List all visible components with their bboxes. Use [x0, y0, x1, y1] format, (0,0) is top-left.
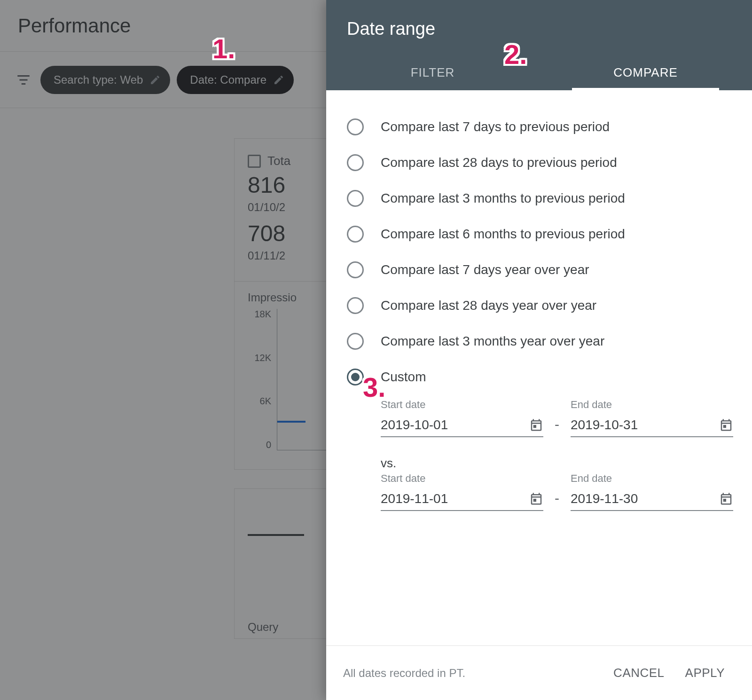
radio-icon — [347, 226, 364, 243]
radio-icon — [347, 297, 364, 314]
radio-label: Compare last 3 months year over year — [381, 334, 604, 349]
radio-option-3months-prev[interactable]: Compare last 3 months to previous period — [347, 181, 733, 216]
panel-footer: All dates recorded in PT. CANCEL APPLY — [326, 645, 752, 700]
p1-end-field[interactable]: End date 2019-10-31 — [571, 399, 733, 437]
radio-icon — [347, 333, 364, 350]
period-2-row: Start date 2019-11-01 - End date 2019-11… — [381, 472, 733, 511]
calendar-icon[interactable] — [529, 492, 543, 506]
calendar-icon[interactable] — [719, 418, 733, 432]
dash-separator: - — [555, 490, 559, 511]
annotation-1: 1. — [212, 33, 235, 64]
date-label: End date — [571, 399, 733, 411]
radio-label: Compare last 28 days year over year — [381, 298, 596, 313]
vs-label: vs. — [381, 456, 733, 471]
radio-label: Compare last 28 days to previous period — [381, 155, 617, 170]
radio-icon — [347, 369, 364, 385]
p2-end-field[interactable]: End date 2019-11-30 — [571, 472, 733, 511]
panel-header: Date range FILTER COMPARE — [326, 0, 752, 90]
period-1-row: Start date 2019-10-01 - End date 2019-10… — [381, 399, 733, 437]
radio-label: Compare last 7 days year over year — [381, 262, 589, 277]
calendar-icon[interactable] — [719, 492, 733, 506]
footer-note: All dates recorded in PT. — [343, 667, 603, 680]
radio-option-6months-prev[interactable]: Compare last 6 months to previous period — [347, 216, 733, 252]
p1-start-field[interactable]: Start date 2019-10-01 — [381, 399, 543, 437]
radio-icon — [347, 118, 364, 135]
calendar-icon[interactable] — [529, 418, 543, 432]
p2-start-value: 2019-11-01 — [381, 491, 525, 506]
radio-label: Custom — [381, 370, 426, 385]
radio-label: Compare last 6 months to previous period — [381, 227, 625, 242]
p2-end-value: 2019-11-30 — [571, 491, 714, 506]
panel-title: Date range — [326, 0, 752, 53]
apply-button[interactable]: APPLY — [675, 660, 735, 686]
panel-tabs: FILTER COMPARE — [326, 53, 752, 90]
radio-icon — [347, 190, 364, 207]
radio-option-28days-yoy[interactable]: Compare last 28 days year over year — [347, 288, 733, 323]
date-label: Start date — [381, 472, 543, 485]
annotation-2: 2. — [504, 39, 527, 70]
p1-end-value: 2019-10-31 — [571, 417, 714, 433]
radio-option-custom[interactable]: Custom — [347, 359, 733, 395]
radio-icon — [347, 261, 364, 278]
cancel-button[interactable]: CANCEL — [603, 660, 674, 686]
date-range-panel: Date range FILTER COMPARE Compare last 7… — [326, 0, 752, 700]
panel-body: Compare last 7 days to previous period C… — [326, 90, 752, 645]
p2-start-field[interactable]: Start date 2019-11-01 — [381, 472, 543, 511]
dash-separator: - — [555, 417, 559, 437]
annotation-3: 3. — [363, 371, 385, 403]
radio-label: Compare last 7 days to previous period — [381, 119, 610, 134]
radio-icon — [347, 154, 364, 171]
custom-date-inputs: Start date 2019-10-01 - End date 2019-10… — [381, 399, 733, 511]
radio-label: Compare last 3 months to previous period — [381, 191, 625, 206]
date-label: End date — [571, 472, 733, 485]
radio-option-7days-prev[interactable]: Compare last 7 days to previous period — [347, 109, 733, 145]
tab-compare[interactable]: COMPARE — [539, 53, 752, 90]
p1-start-value: 2019-10-01 — [381, 417, 525, 433]
radio-option-28days-prev[interactable]: Compare last 28 days to previous period — [347, 145, 733, 181]
radio-option-3months-yoy[interactable]: Compare last 3 months year over year — [347, 323, 733, 359]
date-label: Start date — [381, 399, 543, 411]
radio-option-7days-yoy[interactable]: Compare last 7 days year over year — [347, 252, 733, 288]
